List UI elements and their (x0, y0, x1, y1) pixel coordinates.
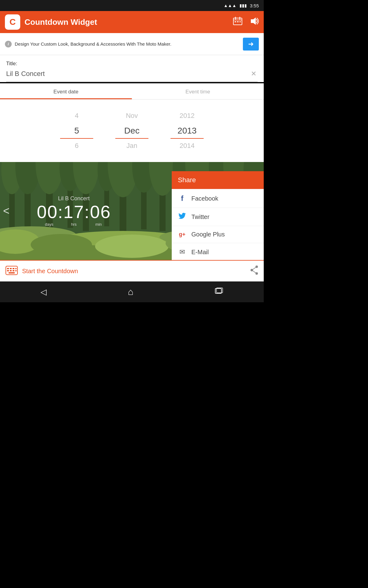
svg-marker-7 (251, 17, 256, 25)
svg-rect-53 (13, 270, 14, 271)
ad-banner: i Design Your Custom Look, Background & … (0, 33, 264, 55)
facebook-label: Facebook (191, 195, 218, 202)
countdown-labels: days hrs min (37, 222, 111, 227)
left-arrow-button[interactable]: < (3, 205, 10, 217)
google-plus-icon: g+ (178, 231, 186, 238)
ad-arrow-button[interactable] (243, 38, 259, 51)
home-button[interactable]: ⌂ (128, 287, 133, 297)
event-name-display: Lil B Concert (37, 195, 111, 202)
svg-line-60 (252, 270, 257, 273)
ad-text: Design Your Custom Look, Background & Ac… (15, 41, 171, 47)
share-bottom-button[interactable] (250, 266, 258, 277)
start-countdown-label: Start the Countdown (22, 268, 78, 275)
tab-event-date[interactable]: Event date (0, 83, 132, 99)
tab-event-time[interactable]: Event time (132, 83, 264, 99)
min-label: min (86, 222, 111, 227)
keyboard-icon (6, 265, 18, 277)
svg-point-42 (31, 234, 92, 255)
date-picker-area: 4 5 6 Nov Dec Jan 2012 2013 2014 (0, 100, 264, 162)
recents-button[interactable] (215, 287, 223, 297)
twitter-label: Twitter (191, 213, 209, 221)
month-picker-col: Nov Dec Jan (104, 109, 159, 153)
ad-info-icon: i (5, 41, 12, 47)
header-left: C Countdown Widget (5, 14, 97, 30)
ad-text-wrap: i Design Your Custom Look, Background & … (5, 41, 243, 47)
day-row-selected[interactable]: 5 (49, 123, 104, 139)
share-twitter[interactable]: Twitter (172, 208, 264, 226)
countdown-display: 00:17:06 (37, 203, 111, 221)
sound-icon[interactable] (250, 17, 259, 28)
share-header: Share (172, 171, 264, 189)
wifi-icon: ▲▲▲ (224, 3, 236, 8)
calendar-icon[interactable] (233, 17, 242, 28)
svg-rect-5 (237, 21, 239, 22)
day-row-prev[interactable]: 4 (49, 109, 104, 123)
year-row-next[interactable]: 2014 (159, 139, 215, 153)
email-label: E-Mail (191, 249, 209, 256)
tabs: Event date Event time (0, 83, 264, 100)
preview-area: < Lil B Concert 00:17:06 days hrs min Sh… (0, 162, 264, 260)
svg-rect-47 (7, 268, 9, 269)
svg-rect-51 (7, 270, 9, 271)
year-row-prev[interactable]: 2012 (159, 109, 215, 123)
svg-line-59 (252, 267, 257, 270)
title-label: Title: (6, 61, 258, 67)
share-email[interactable]: ✉ E-Mail (172, 243, 264, 260)
svg-rect-54 (15, 270, 17, 271)
start-countdown-button[interactable]: Start the Countdown (6, 265, 78, 277)
days-label: days (37, 222, 62, 227)
svg-point-43 (95, 235, 169, 258)
svg-rect-52 (10, 270, 12, 271)
svg-rect-4 (235, 21, 236, 22)
title-input-row: ✕ (6, 69, 258, 82)
svg-rect-6 (240, 21, 241, 22)
share-google-plus[interactable]: g+ Google Plus (172, 226, 264, 243)
status-time: 3:55 (250, 3, 259, 8)
date-picker: 4 5 6 Nov Dec Jan 2012 2013 2014 (49, 109, 215, 153)
app-title: Countdown Widget (25, 17, 97, 27)
bottom-bar: Start the Countdown (0, 260, 264, 281)
facebook-icon: f (178, 194, 186, 203)
month-row-prev[interactable]: Nov (104, 109, 159, 123)
email-icon: ✉ (178, 248, 186, 256)
battery-icon: ▮▮▮ (240, 3, 247, 8)
title-input[interactable] (6, 70, 250, 78)
google-plus-label: Google Plus (191, 231, 225, 238)
svg-rect-55 (9, 272, 15, 273)
svg-rect-48 (10, 268, 12, 269)
svg-rect-50 (15, 268, 17, 269)
svg-rect-49 (13, 268, 14, 269)
share-popup: Share f Facebook Twitter g+ Google Plus … (172, 171, 264, 260)
year-row-selected[interactable]: 2013 (159, 123, 215, 139)
app-logo: C (5, 14, 20, 30)
svg-rect-1 (233, 19, 242, 21)
hrs-label: hrs (61, 222, 86, 227)
day-row-next[interactable]: 6 (49, 139, 104, 153)
header-right (233, 17, 259, 28)
nav-bar: ◁ ⌂ (0, 281, 264, 302)
twitter-icon (178, 213, 186, 221)
status-bar: ▲▲▲ ▮▮▮ 3:55 (0, 0, 264, 11)
month-row-selected[interactable]: Dec (104, 123, 159, 139)
day-picker-col: 4 5 6 (49, 109, 104, 153)
app-header: C Countdown Widget (0, 11, 264, 33)
clear-button[interactable]: ✕ (250, 69, 258, 79)
share-facebook[interactable]: f Facebook (172, 189, 264, 208)
year-picker-col: 2012 2013 2014 (159, 109, 215, 153)
form-area: Title: ✕ (0, 55, 264, 82)
month-row-next[interactable]: Jan (104, 139, 159, 153)
countdown-overlay: Lil B Concert 00:17:06 days hrs min (37, 195, 111, 227)
back-button[interactable]: ◁ (40, 287, 47, 297)
